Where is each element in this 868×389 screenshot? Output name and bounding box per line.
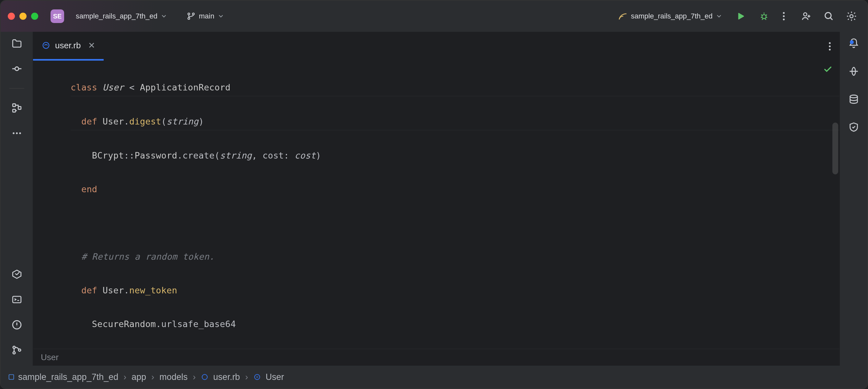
svg-point-6 [783, 19, 785, 21]
gear-icon[interactable] [846, 11, 857, 22]
problems-tool-icon[interactable] [10, 318, 23, 331]
svg-point-27 [850, 95, 857, 98]
class-icon [253, 373, 262, 381]
commit-tool-icon[interactable] [10, 62, 23, 75]
svg-point-26 [829, 49, 831, 51]
svg-point-20 [12, 346, 15, 349]
ruby-file-icon [201, 373, 210, 381]
branch-icon [187, 12, 196, 21]
svg-point-9 [850, 15, 853, 18]
svg-point-8 [825, 12, 831, 19]
notifications-icon[interactable] [847, 37, 860, 50]
branch-name: main [199, 12, 214, 21]
more-tools-icon[interactable] [10, 127, 23, 140]
editor-context: User [41, 352, 59, 362]
chevron-right-icon: › [151, 372, 154, 382]
svg-rect-18 [12, 296, 21, 303]
database-tool-icon[interactable] [847, 93, 860, 106]
svg-point-14 [12, 132, 14, 134]
debug-button[interactable] [755, 7, 773, 25]
branch-dropdown[interactable]: main [182, 7, 229, 25]
svg-point-4 [783, 12, 785, 14]
chevron-down-icon [161, 13, 167, 20]
svg-point-24 [829, 42, 831, 44]
editor-gutter [33, 61, 71, 349]
tab-options-button[interactable] [820, 32, 839, 61]
svg-point-0 [188, 13, 190, 15]
more-actions-button[interactable] [778, 7, 789, 25]
svg-point-25 [829, 46, 831, 47]
svg-rect-11 [12, 104, 16, 107]
titlebar: SE sample_rails_app_7th_ed main [1, 1, 867, 32]
svg-point-21 [12, 352, 15, 354]
inspection-ok-icon[interactable] [823, 65, 832, 74]
editor-tab[interactable]: user.rb ✕ [33, 32, 104, 61]
right-tool-rail [839, 32, 867, 366]
project-name: sample_rails_app_7th_ed [76, 12, 157, 21]
collaborate-icon[interactable] [801, 11, 812, 22]
svg-point-2 [192, 13, 194, 15]
terminal-tool-icon[interactable] [10, 293, 23, 306]
zoom-window-icon[interactable] [31, 12, 38, 20]
svg-point-15 [16, 132, 18, 134]
vcs-tool-icon[interactable] [10, 343, 23, 357]
breadcrumb-item[interactable]: User [253, 372, 284, 382]
minimize-window-icon[interactable] [20, 12, 27, 20]
ai-assistant-icon[interactable] [847, 65, 860, 78]
run-config-name: sample_rails_app_7th_ed [631, 12, 713, 21]
close-window-icon[interactable] [8, 12, 15, 20]
breadcrumb-item[interactable]: user.rb [201, 372, 240, 382]
editor-area: user.rb ✕ class User < ApplicationRecord… [33, 32, 839, 366]
rails-icon [618, 11, 628, 21]
vertical-scrollbar[interactable] [832, 122, 838, 174]
notification-dot-icon [850, 40, 854, 44]
chevron-right-icon: › [245, 372, 248, 382]
project-badge: SE [51, 9, 64, 23]
svg-point-3 [762, 15, 766, 19]
run-button[interactable] [731, 7, 750, 25]
svg-point-7 [804, 12, 807, 16]
breadcrumb-item[interactable]: sample_rails_app_7th_ed [8, 372, 118, 382]
run-config-dropdown[interactable]: sample_rails_app_7th_ed [614, 7, 727, 25]
code-editor[interactable]: class User < ApplicationRecord def User.… [33, 61, 839, 349]
svg-point-10 [15, 67, 19, 71]
chevron-right-icon: › [193, 372, 196, 382]
project-dropdown[interactable]: sample_rails_app_7th_ed [71, 7, 172, 25]
window-controls [8, 12, 38, 20]
svg-rect-28 [9, 375, 14, 380]
editor-context-bar: User [33, 349, 839, 366]
coverage-tool-icon[interactable] [847, 120, 860, 134]
structure-tool-icon[interactable] [10, 102, 23, 114]
svg-point-5 [783, 15, 785, 17]
search-icon[interactable] [823, 11, 834, 22]
editor-tab-bar: user.rb ✕ [33, 32, 839, 61]
chevron-down-icon [716, 13, 722, 20]
svg-rect-12 [12, 109, 16, 112]
svg-point-23 [43, 43, 49, 49]
chevron-right-icon: › [123, 372, 126, 382]
chevron-down-icon [218, 13, 224, 20]
tab-filename: user.rb [55, 40, 81, 51]
breadcrumb-item[interactable]: models [159, 372, 188, 382]
close-tab-icon[interactable]: ✕ [88, 40, 95, 51]
services-tool-icon[interactable] [10, 268, 23, 281]
svg-point-16 [19, 132, 21, 134]
navigation-bar: sample_rails_app_7th_ed › app › models ›… [1, 366, 867, 388]
rail-separator [9, 88, 24, 88]
project-tool-icon[interactable] [10, 37, 23, 50]
svg-point-29 [202, 374, 207, 380]
breadcrumb-item[interactable]: app [131, 372, 146, 382]
svg-point-1 [188, 18, 190, 20]
left-tool-rail [1, 32, 33, 366]
ruby-file-icon [41, 41, 51, 50]
